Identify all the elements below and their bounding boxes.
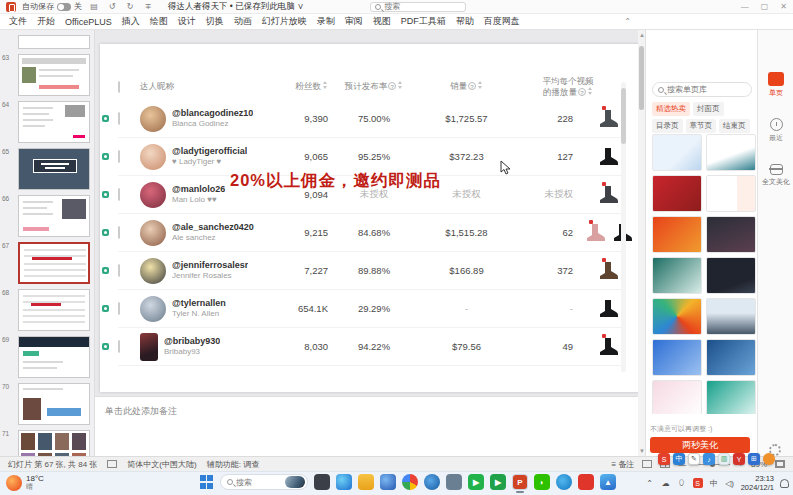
table-scrollbar[interactable]	[621, 82, 626, 372]
volume-icon[interactable]: ◁)	[725, 478, 735, 488]
wps-tray-icon[interactable]: S	[693, 478, 703, 488]
taskbar-search-input[interactable]	[236, 478, 282, 487]
help-icon[interactable]: ?	[578, 88, 586, 96]
pen-tool-icon[interactable]: ✎	[688, 453, 700, 465]
slide-thumbnail-67-current[interactable]: 67	[0, 242, 90, 284]
template-thumbnail[interactable]	[652, 134, 702, 171]
slide-thumbnail-68[interactable]: 68	[0, 289, 90, 331]
browser-orb-icon[interactable]	[424, 474, 440, 490]
creator-handle[interactable]: @blancagodinez10	[172, 108, 253, 119]
tab-design[interactable]: 设计	[173, 13, 201, 30]
row-checkbox[interactable]	[118, 226, 120, 239]
template-thumbnail[interactable]	[652, 298, 702, 335]
close-button[interactable]: ✕	[780, 2, 787, 11]
start-button[interactable]	[200, 475, 214, 489]
fit-to-window-icon[interactable]	[775, 460, 785, 468]
red-tool-icon[interactable]: Y	[733, 453, 745, 465]
tab-record[interactable]: 录制	[312, 13, 340, 30]
display-settings-icon[interactable]	[107, 460, 117, 468]
slide-thumbnail-64[interactable]: 64	[0, 101, 90, 143]
template-thumbnail[interactable]	[652, 175, 702, 212]
slide-thumbnail-65[interactable]: 65	[0, 148, 90, 190]
folder-icon[interactable]	[358, 474, 374, 490]
grid-tool-icon[interactable]: ⊞	[748, 453, 760, 465]
edge-browser-icon[interactable]	[336, 474, 352, 490]
minimize-button[interactable]: —	[741, 2, 749, 11]
wps-icon[interactable]: S	[658, 453, 670, 465]
tab-slideshow[interactable]: 幻灯片放映	[257, 13, 312, 30]
creator-handle[interactable]: @bribaby930	[164, 336, 220, 347]
tab-view[interactable]: 视图	[368, 13, 396, 30]
canvas-scrollbar[interactable]: ▲ ▼	[638, 30, 645, 456]
chip-section[interactable]: 章节页	[686, 119, 717, 133]
mic-icon[interactable]: ⬯	[677, 478, 687, 488]
template-thumbnail[interactable]	[652, 339, 702, 376]
autosave-toggle[interactable]: 自动保存 关	[22, 1, 82, 12]
row-checkbox[interactable]	[118, 264, 120, 277]
redo-icon[interactable]: ↻	[124, 2, 136, 11]
mic-icon[interactable]: ♪	[703, 453, 715, 465]
template-thumbnail[interactable]	[652, 257, 702, 294]
tab-baidu-netdisk[interactable]: 百度网盘	[479, 13, 525, 30]
help-icon[interactable]: ?	[388, 82, 396, 90]
collapse-ribbon-icon[interactable]: ⌃	[624, 17, 631, 26]
taskbar-clock[interactable]: 23:13 2024/12/1	[741, 474, 774, 492]
maximize-button[interactable]: ▢	[761, 2, 769, 11]
onedrive-cloud-icon[interactable]: ☁	[661, 478, 671, 488]
notes-toggle-button[interactable]: ≡ 备注	[611, 459, 634, 470]
template-thumbnail[interactable]	[706, 339, 756, 376]
tab-help[interactable]: 帮助	[451, 13, 479, 30]
slide-thumbnail-69[interactable]: 69	[0, 336, 90, 378]
sidebar-item-single-page[interactable]: 单页	[758, 72, 793, 98]
chrome-icon[interactable]	[402, 474, 418, 490]
tab-transitions[interactable]: 切换	[201, 13, 229, 30]
tab-review[interactable]: 审阅	[340, 13, 368, 30]
notification-bell-icon[interactable]	[780, 479, 789, 488]
slide-thumbnail-partial[interactable]	[18, 35, 90, 49]
creator-handle[interactable]: @ladytigerofficial	[172, 146, 247, 157]
powerpoint-taskbar-icon[interactable]: P	[512, 474, 528, 490]
sort-icon[interactable]	[398, 81, 403, 89]
beautify-button[interactable]: 两秒美化	[650, 437, 750, 453]
title-search-box[interactable]	[370, 2, 466, 12]
slide-thumbnail-63[interactable]: 63	[0, 54, 90, 96]
taskbar-search[interactable]	[220, 474, 308, 490]
select-all-checkbox[interactable]	[118, 81, 120, 93]
chip-toc[interactable]: 目录页	[652, 119, 683, 133]
tab-file[interactable]: 文件	[4, 13, 32, 30]
chip-cover[interactable]: 封面页	[693, 102, 724, 116]
row-checkbox[interactable]	[118, 112, 120, 125]
weather-widget[interactable]: 18°C晴	[6, 474, 44, 491]
sidebar-item-recent[interactable]: 最近	[758, 118, 793, 143]
compass-app-icon[interactable]	[556, 474, 572, 490]
creator-handle[interactable]: @tylernallen	[172, 298, 226, 309]
title-search-input[interactable]	[384, 2, 454, 11]
template-thumbnail[interactable]	[652, 216, 702, 253]
document-title[interactable]: 得达人者得天下 • 已保存到此电脑 ∨	[168, 1, 304, 13]
creator-handle[interactable]: @jenniferrosalesr	[172, 260, 248, 271]
gray-app-icon[interactable]	[446, 474, 462, 490]
tab-insert[interactable]: 插入	[117, 13, 145, 30]
row-checkbox[interactable]	[118, 188, 120, 201]
help-icon[interactable]: ?	[468, 82, 476, 90]
sort-icon[interactable]	[588, 87, 593, 95]
template-thumbnail[interactable]	[706, 380, 756, 414]
slide-thumbnail-70[interactable]: 70	[0, 383, 90, 425]
blue-app-icon[interactable]	[380, 474, 396, 490]
slide-thumbnail-71[interactable]: 71	[0, 430, 90, 456]
language-indicator[interactable]: 简体中文(中国大陆)	[127, 459, 196, 470]
template-thumbnail[interactable]	[706, 134, 756, 171]
template-thumbnail[interactable]	[652, 380, 702, 414]
sort-icon[interactable]	[323, 81, 328, 89]
template-thumbnail[interactable]	[706, 298, 756, 335]
creator-handle[interactable]: @ale_sanchez0420	[172, 222, 254, 233]
tab-draw[interactable]: 绘图	[145, 13, 173, 30]
notes-pane[interactable]: 单击此处添加备注	[95, 396, 645, 456]
tab-home[interactable]: 开始	[32, 13, 60, 30]
photos-app-icon[interactable]: ▲	[600, 474, 616, 490]
row-checkbox[interactable]	[118, 302, 120, 315]
template-search-box[interactable]	[652, 82, 752, 97]
template-thumbnail[interactable]	[706, 175, 756, 212]
panel-icon[interactable]: ▥	[718, 453, 730, 465]
creator-handle[interactable]: @manlolo26	[172, 184, 225, 195]
